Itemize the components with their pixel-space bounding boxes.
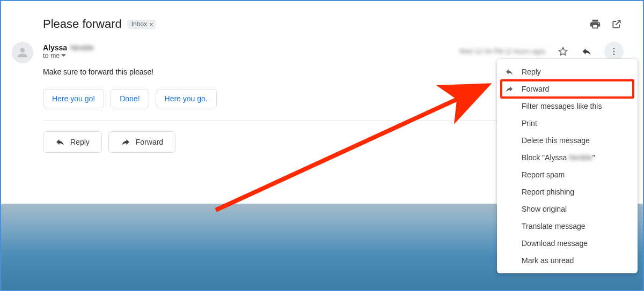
annotation-highlight <box>500 79 634 99</box>
reply-button[interactable]: Reply <box>43 131 102 153</box>
menu-label: Report phishing <box>522 188 574 196</box>
menu-delete[interactable]: • Delete this message <box>497 132 638 149</box>
sender-left: Alyssa Nimble to me <box>43 43 94 59</box>
menu-reply[interactable]: Reply <box>497 63 638 80</box>
menu-report-phishing[interactable]: • Report phishing <box>497 183 638 200</box>
sender-name: Alyssa Nimble <box>43 43 94 52</box>
menu-show-original[interactable]: • Show original <box>497 200 638 218</box>
inbox-label-chip[interactable]: Inbox × <box>127 20 156 29</box>
smart-reply-3[interactable]: Here you go. <box>156 89 217 108</box>
open-new-window-icon[interactable] <box>611 18 623 30</box>
date-meta-blurred: Wed 12:34 PM (2 hours ago) <box>459 48 545 55</box>
recipient-label: to me <box>43 52 60 59</box>
svg-point-0 <box>613 48 615 49</box>
reply-icon <box>504 68 514 76</box>
menu-label: Show original <box>522 205 567 213</box>
menu-print[interactable]: • Print <box>497 115 638 132</box>
avatar <box>12 42 33 63</box>
menu-label: Delete this message <box>522 136 590 145</box>
subject-header: Please forward Inbox × <box>17 12 627 42</box>
menu-label: Print <box>522 119 537 128</box>
close-icon[interactable]: × <box>149 20 153 28</box>
menu-forward[interactable]: Forward <box>497 80 638 98</box>
reply-button-label: Reply <box>70 138 90 146</box>
forward-button-label: Forward <box>136 138 163 146</box>
more-actions-button[interactable] <box>604 42 624 61</box>
menu-download[interactable]: • Download message <box>497 235 638 252</box>
chevron-down-icon <box>61 54 66 57</box>
kebab-icon <box>609 47 619 56</box>
menu-label: Translate message <box>522 222 586 230</box>
menu-filter[interactable]: • Filter messages like this <box>497 98 638 115</box>
recipient-line[interactable]: to me <box>43 52 94 59</box>
menu-translate[interactable]: • Translate message <box>497 218 638 235</box>
menu-label: Block "Alyssa Nimble" <box>522 153 595 162</box>
smart-reply-2[interactable]: Done! <box>111 89 149 108</box>
menu-label: Reply <box>522 68 541 76</box>
reply-icon[interactable] <box>581 46 592 57</box>
forward-icon <box>504 85 514 93</box>
sender-first-name: Alyssa <box>43 43 67 52</box>
menu-label: Mark as unread <box>522 256 574 265</box>
forward-arrow-icon <box>121 137 130 147</box>
subject-title: Please forward <box>43 17 122 31</box>
label-text: Inbox <box>131 20 147 28</box>
menu-label: Report spam <box>522 170 565 179</box>
sender-right-actions: Wed 12:34 PM (2 hours ago) <box>459 42 627 61</box>
menu-mark-unread[interactable]: • Mark as unread <box>497 252 638 269</box>
menu-label: Filter messages like this <box>522 102 602 110</box>
more-actions-menu: Reply Forward • Filter messages like thi… <box>497 59 638 273</box>
menu-label: Download message <box>522 239 588 248</box>
forward-button[interactable]: Forward <box>108 131 175 153</box>
subject-area: Please forward Inbox × <box>43 17 156 31</box>
sender-line: Alyssa Nimble to me Wed 12:34 PM (2 hour… <box>43 42 627 61</box>
star-icon[interactable] <box>557 46 569 57</box>
svg-point-1 <box>613 51 615 53</box>
print-icon[interactable] <box>589 18 601 30</box>
smart-reply-1[interactable]: Here you go! <box>43 89 104 108</box>
sender-last-name-blurred: Nimble <box>70 43 94 52</box>
menu-label: Forward <box>522 85 549 93</box>
reply-arrow-icon <box>55 137 65 147</box>
menu-report-spam[interactable]: • Report spam <box>497 166 638 183</box>
person-icon <box>16 46 30 59</box>
svg-point-2 <box>613 54 615 55</box>
menu-block[interactable]: • Block "Alyssa Nimble" <box>497 149 638 166</box>
header-actions <box>589 18 627 30</box>
